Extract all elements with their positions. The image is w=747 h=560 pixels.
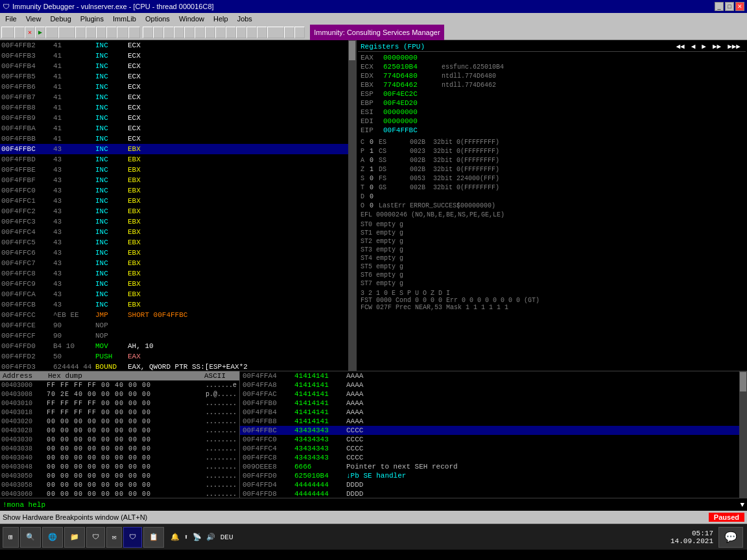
- taskbar-immunity[interactable]: 🛡: [123, 527, 142, 548]
- menu-plugins[interactable]: Plugins: [77, 14, 108, 23]
- stack-scrollbar[interactable]: [739, 371, 747, 498]
- toolbar-help[interactable]: ?: [294, 27, 305, 38]
- toolbar-t[interactable]: t: [174, 27, 184, 38]
- registers-header: Registers (FPU) ◀◀ ◀ ▶ ▶▶ ▶▶▶: [358, 41, 746, 52]
- taskbar: ⊞ 🔍 🌐 📁 🛡 ✉ 🛡 📋 🔔 ⬆ 📡 🔊 DEU 05:17 14.09.…: [0, 524, 747, 550]
- taskbar-defender[interactable]: 🛡: [86, 527, 105, 548]
- reg-nav-far[interactable]: ▶▶▶: [725, 42, 743, 51]
- title-bar-controls[interactable]: _ □ ✕: [715, 2, 744, 11]
- cpu-row: 00F4FFB9 41 INC ECX: [0, 113, 356, 123]
- toolbar-b[interactable]: b: [236, 27, 246, 38]
- reg-nav-left2[interactable]: ◀◀: [673, 42, 687, 51]
- hex-row: 00403018 FF FF FF FF 00 00 00 00 .......…: [0, 408, 239, 417]
- register-row: ESI00000000: [361, 108, 743, 117]
- toolbar-e[interactable]: e: [153, 27, 163, 38]
- minimize-button[interactable]: _: [715, 2, 724, 11]
- reg-nav-right[interactable]: ▶: [699, 42, 709, 51]
- toolbar-stop[interactable]: ✕: [25, 27, 35, 38]
- registers-content: EAX00000000ECX625010B4essfunc.625010B4ED…: [358, 52, 746, 312]
- toolbar-restart[interactable]: ◀◀: [1, 27, 14, 38]
- title-bar: 🛡 Immunity Debugger - vulnserver.exe - […: [0, 0, 747, 13]
- toolbar-play[interactable]: ▶: [35, 27, 45, 38]
- toolbar-dots[interactable]: ...: [267, 27, 284, 38]
- menu-debug[interactable]: Debug: [46, 14, 75, 23]
- hex-row: 00403008 70 2E 40 00 00 00 00 00 p.@....…: [0, 390, 239, 399]
- toolbar-h[interactable]: h: [195, 27, 205, 38]
- title-bar-left: 🛡 Immunity Debugger - vulnserver.exe - […: [3, 3, 214, 10]
- hex-row: 00403020 00 00 00 00 00 00 00 00 .......…: [0, 417, 239, 426]
- cpu-row: 00F4FFC4 43 INC EBX: [0, 227, 356, 237]
- menu-options[interactable]: Options: [141, 14, 174, 23]
- start-button[interactable]: ⊞: [3, 527, 19, 548]
- stack-row: 009OEEE8 6666 Pointer to next SEH record: [240, 462, 747, 471]
- cpu-row: 00F4FFBB 41 INC ECX: [0, 134, 356, 144]
- cmd-dropdown[interactable]: ▼: [740, 501, 744, 509]
- status-bar: Show Hardware Breakpoints window (ALT+N)…: [0, 511, 747, 524]
- toolbar-l[interactable]: l: [143, 27, 153, 38]
- cpu-row: 00F4FFB3 41 INC ECX: [0, 51, 356, 61]
- toolbar-c[interactable]: c: [205, 27, 215, 38]
- reg-nav-right2[interactable]: ▶▶: [710, 42, 724, 51]
- taskbar-clock: 05:17 14.09.2021: [670, 530, 718, 545]
- reg-nav-left[interactable]: ◀: [689, 42, 698, 51]
- command-bar[interactable]: ▼: [0, 498, 747, 511]
- toolbar-back[interactable]: ◀: [14, 27, 25, 38]
- taskbar-mail[interactable]: ✉: [106, 527, 123, 548]
- menu-view[interactable]: View: [22, 14, 45, 23]
- close-button[interactable]: ✕: [735, 2, 744, 11]
- toolbar-m[interactable]: m: [163, 27, 174, 38]
- command-input[interactable]: [3, 501, 740, 509]
- toolbar-s[interactable]: s: [284, 27, 294, 38]
- toolbar-P[interactable]: P: [215, 27, 226, 38]
- cpu-row: 00F4FFC0 43 INC EBX: [0, 185, 356, 196]
- efl-row: EFL 00000246 (NO,NB,E,BE,NS,PE,GE,LE): [361, 211, 743, 218]
- toolbar-step-over[interactable]: ↷: [86, 27, 96, 38]
- cpu-row: 00F4FFB6 41 INC ECX: [0, 82, 356, 92]
- toolbar-main: ◀◀ ◀ ✕ ▶ ▶▶ ▶▶▶ ↓ ↷ ⤵ ⤴ ⏸ ⏭ l e m t w h …: [1, 25, 746, 40]
- taskbar-explorer[interactable]: 📁: [64, 527, 85, 548]
- registers-nav[interactable]: ◀◀ ◀ ▶ ▶▶ ▶▶▶: [673, 42, 743, 51]
- toolbar-w[interactable]: w: [184, 27, 195, 38]
- taskbar-app[interactable]: 📋: [143, 527, 164, 548]
- toolbar-trace[interactable]: ⤵: [96, 27, 106, 38]
- toolbar-animate[interactable]: ⤴: [106, 27, 117, 38]
- menu-jobs[interactable]: Jobs: [233, 14, 256, 23]
- cpu-row: 00F4FFCB 43 INC EBX: [0, 299, 356, 310]
- cpu-row: 00F4FFB4 41 INC ECX: [0, 61, 356, 71]
- hex-row: 00403050 00 00 00 00 00 00 00 00 .......…: [0, 471, 239, 480]
- hex-row: 00403000 FF FF FF FF 00 40 00 00 .......…: [0, 380, 239, 390]
- consulting-text: Immunity: Consulting Services Manager: [314, 29, 440, 36]
- cpu-row: 00F4FFD2 50 PUSH EAX: [0, 351, 356, 362]
- menu-window[interactable]: Window: [175, 14, 208, 23]
- stack-row: 00F4FFA4 41414141 AAAA: [240, 371, 747, 380]
- eip-register: EIP00F4FFBC: [361, 126, 743, 135]
- taskbar-search[interactable]: 🔍: [20, 527, 41, 548]
- stack-row: 00F4FFD8 44444444 DDDD: [240, 489, 747, 498]
- segment-row: P1CS002332bit0(FFFFFFFF): [361, 146, 743, 156]
- maximize-button[interactable]: □: [725, 2, 734, 11]
- taskbar-notifications[interactable]: 💬: [718, 527, 743, 548]
- toolbar-ff[interactable]: ▶▶: [45, 27, 58, 38]
- stack-row: 00F4FFD4 44444444 DDDD: [240, 480, 747, 489]
- stack-row: 00F4FFAC 41414141 AAAA: [240, 390, 747, 399]
- menu-immlib[interactable]: ImmLib: [109, 14, 140, 23]
- menu-help[interactable]: Help: [209, 14, 232, 23]
- taskbar-browser[interactable]: 🌐: [42, 527, 63, 548]
- registers-panel: Registers (FPU) ◀◀ ◀ ▶ ▶▶ ▶▶▶ EAX0000000…: [357, 40, 747, 371]
- toolbar-k[interactable]: k: [226, 27, 236, 38]
- toolbar-r[interactable]: r: [257, 27, 267, 38]
- toolbar-fff[interactable]: ▶▶▶: [58, 27, 75, 38]
- menu-file[interactable]: File: [1, 14, 21, 23]
- hex-col-address: Address: [3, 372, 48, 380]
- toolbar-t2[interactable]: ⏭: [128, 27, 140, 38]
- register-row: EDI00000000: [361, 117, 743, 126]
- cpu-row: 00F4FFC8 43 INC EBX: [0, 268, 356, 279]
- cpu-row: 00F4FFB8 41 INC ECX: [0, 102, 356, 113]
- stack-row: 00F4FFC4 43434343 CCCC: [240, 444, 747, 453]
- cpu-scrollbar[interactable]: [348, 40, 356, 371]
- toolbar-step-into[interactable]: ↓: [75, 27, 86, 38]
- toolbar-pause[interactable]: ⏸: [117, 27, 128, 38]
- toolbar-z[interactable]: z: [246, 27, 257, 38]
- cpu-row: 00F4FFCC ^EB EE JMP SHORT 00F4FFBC: [0, 310, 356, 320]
- stack-row: 00F4FFB8 41414141 AAAA: [240, 417, 747, 426]
